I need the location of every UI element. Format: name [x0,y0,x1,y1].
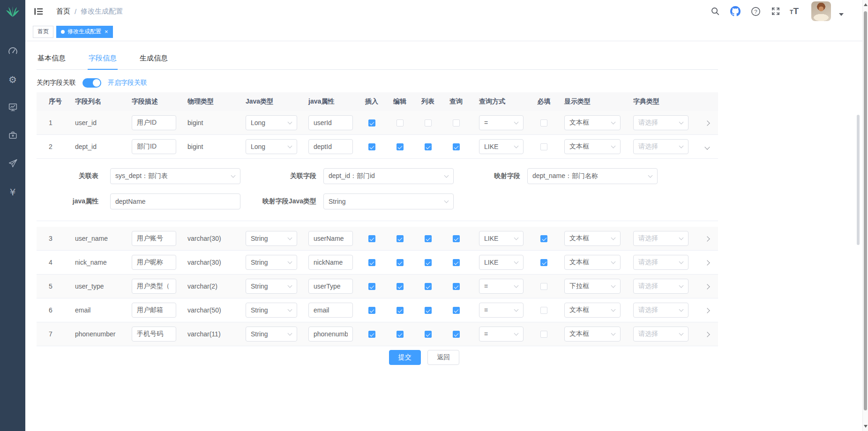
user-avatar[interactable] [811,1,831,21]
list-checkbox[interactable] [425,331,432,338]
java-field-input[interactable] [308,255,353,270]
app-logo[interactable] [0,0,25,24]
description-input[interactable] [132,327,176,342]
query-checkbox[interactable] [453,307,460,314]
required-checkbox[interactable] [540,143,547,150]
row-expand-toggle[interactable] [704,260,710,265]
required-checkbox[interactable] [540,235,547,242]
required-checkbox[interactable] [540,259,547,266]
description-input[interactable] [132,115,176,130]
breadcrumb-home[interactable]: 首页 [56,7,70,16]
tag-close-icon[interactable]: × [105,28,108,35]
content-scrollbar-thumb[interactable] [857,115,860,245]
font-size-icon[interactable]: TT [790,6,799,16]
insert-checkbox[interactable] [368,331,375,338]
query-checkbox[interactable] [453,143,460,150]
description-input[interactable] [132,279,176,294]
edit-checkbox[interactable] [397,259,404,266]
row-expand-toggle[interactable] [704,284,710,289]
dict-type-select[interactable]: 请选择 [633,279,688,294]
tag-home[interactable]: 首页 [33,26,53,38]
java-type-select[interactable]: Long [246,139,297,154]
query-type-select[interactable]: = [479,303,524,318]
description-input[interactable] [132,231,176,246]
java-type-select[interactable]: String [246,303,297,318]
edit-checkbox[interactable] [397,143,404,150]
description-input[interactable] [132,255,176,270]
sidebar-item-monitor[interactable] [0,94,25,122]
edit-checkbox[interactable] [397,331,404,338]
sidebar-item-send[interactable] [0,150,25,178]
query-checkbox[interactable] [453,331,460,338]
row-expand-toggle[interactable] [704,236,710,241]
dict-type-select[interactable]: 请选择 [633,139,688,154]
back-button[interactable]: 返回 [427,350,459,365]
required-checkbox[interactable] [540,283,547,290]
mapping-java-type-select[interactable]: String [323,193,454,209]
description-input[interactable] [132,139,176,154]
html-type-select[interactable]: 文本框 [564,255,621,270]
html-type-select[interactable]: 文本框 [564,327,621,342]
query-type-select[interactable]: LIKE [479,139,524,154]
java-field-input[interactable] [308,279,353,294]
html-type-select[interactable]: 文本框 [564,139,621,154]
edit-checkbox[interactable] [397,283,404,290]
required-checkbox[interactable] [540,119,547,126]
java-attr-input[interactable] [110,193,240,209]
relation-field-select[interactable]: dept_id：部门id [323,168,454,184]
dict-type-select[interactable]: 请选择 [633,327,688,342]
tab-field-info[interactable]: 字段信息 [88,49,118,69]
required-checkbox[interactable] [540,331,547,338]
sidebar-item-job[interactable] [0,122,25,150]
insert-checkbox[interactable] [368,307,375,314]
java-type-select[interactable]: Long [246,115,297,130]
sidebar-item-system[interactable]: ⚙ [0,66,25,94]
list-checkbox[interactable] [425,119,432,126]
submit-button[interactable]: 提交 [389,350,421,365]
query-checkbox[interactable] [453,235,460,242]
java-type-select[interactable]: String [246,231,297,246]
java-field-input[interactable] [308,327,353,342]
dict-type-select[interactable]: 请选择 [633,231,688,246]
sidebar-item-dashboard[interactable] [0,37,25,66]
insert-checkbox[interactable] [368,259,375,266]
relation-table-select[interactable]: sys_dept：部门表 [110,168,240,184]
dict-type-select[interactable]: 请选择 [633,255,688,270]
query-checkbox[interactable] [453,259,460,266]
query-type-select[interactable]: = [479,327,524,342]
tag-current[interactable]: 修改生成配置 × [56,26,113,38]
query-type-select[interactable]: = [479,115,524,130]
description-input[interactable] [132,303,176,318]
field-relation-switch[interactable] [82,78,101,88]
query-checkbox[interactable] [453,119,460,126]
list-checkbox[interactable] [425,283,432,290]
row-expand-toggle[interactable] [704,144,710,149]
tab-basic-info[interactable]: 基本信息 [37,49,67,69]
query-type-select[interactable]: LIKE [479,231,524,246]
list-checkbox[interactable] [425,143,432,150]
query-checkbox[interactable] [453,283,460,290]
row-expand-toggle[interactable] [704,120,710,126]
sidebar-item-finance[interactable]: ¥ [0,178,25,206]
sidebar-collapse-icon[interactable] [34,6,44,16]
java-field-input[interactable] [308,139,353,154]
fullscreen-icon[interactable] [770,5,782,17]
scrollbar-down-arrow[interactable] [864,425,868,428]
java-field-input[interactable] [308,231,353,246]
edit-checkbox[interactable] [397,235,404,242]
list-checkbox[interactable] [425,259,432,266]
insert-checkbox[interactable] [368,143,375,150]
query-type-select[interactable]: LIKE [479,255,524,270]
github-icon[interactable] [729,5,741,17]
java-type-select[interactable]: String [246,255,297,270]
row-expand-toggle[interactable] [704,332,710,337]
mapping-field-select[interactable]: dept_name：部门名称 [527,168,658,184]
edit-checkbox[interactable] [397,307,404,314]
required-checkbox[interactable] [540,307,547,314]
java-field-input[interactable] [308,115,353,130]
search-icon[interactable] [709,5,721,17]
tab-generate-info[interactable]: 生成信息 [139,49,169,69]
insert-checkbox[interactable] [368,235,375,242]
scrollbar-thumb[interactable] [864,11,867,410]
java-field-input[interactable] [308,303,353,318]
